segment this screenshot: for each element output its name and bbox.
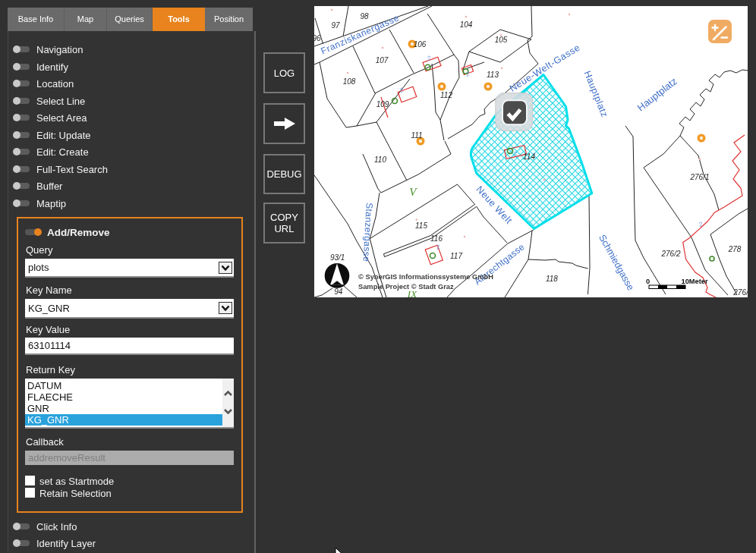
- svg-text:117: 117: [450, 252, 462, 260]
- svg-text:Hauptplatz: Hauptplatz: [635, 75, 679, 113]
- svg-text:2: 2: [698, 221, 704, 229]
- svg-text:105: 105: [495, 36, 508, 44]
- svg-text:93/1: 93/1: [330, 253, 345, 262]
- svg-text:2: 2: [465, 71, 471, 79]
- svg-text:© SynerGIS Informationssysteme: © SynerGIS Informationssysteme GmbH: [358, 273, 493, 281]
- svg-text:106: 106: [414, 40, 427, 49]
- svg-text:2: 2: [435, 244, 442, 252]
- svg-text:109: 109: [376, 100, 389, 108]
- svg-text:96: 96: [314, 34, 321, 42]
- svg-text:278: 278: [728, 245, 742, 253]
- svg-text:110: 110: [374, 156, 386, 164]
- svg-text:115: 115: [415, 222, 427, 230]
- svg-text:112: 112: [440, 91, 452, 99]
- svg-text:118: 118: [546, 275, 558, 283]
- svg-text:97: 97: [331, 21, 340, 30]
- svg-text:113: 113: [487, 71, 499, 79]
- svg-text:107: 107: [376, 56, 389, 64]
- svg-text:V: V: [409, 186, 417, 198]
- svg-text:116: 116: [430, 234, 443, 243]
- svg-text:111: 111: [411, 131, 422, 140]
- svg-text:114: 114: [523, 152, 535, 161]
- svg-text:Schmiedgasse: Schmiedgasse: [597, 233, 636, 293]
- svg-text:94: 94: [334, 287, 343, 296]
- svg-text:10Meter: 10Meter: [682, 278, 709, 285]
- svg-text:Sample Project © Stadt Graz: Sample Project © Stadt Graz: [358, 283, 454, 291]
- svg-text:Hauptplatz: Hauptplatz: [582, 69, 610, 118]
- svg-text:98: 98: [360, 12, 369, 20]
- svg-text:276/2: 276/2: [660, 250, 680, 258]
- svg-text:Stanzergasse: Stanzergasse: [361, 203, 375, 262]
- svg-text:104: 104: [460, 20, 473, 29]
- svg-text:108: 108: [343, 77, 356, 86]
- svg-text:0: 0: [646, 278, 650, 285]
- svg-text:276/: 276/: [732, 288, 748, 297]
- svg-text:276/1: 276/1: [689, 173, 709, 181]
